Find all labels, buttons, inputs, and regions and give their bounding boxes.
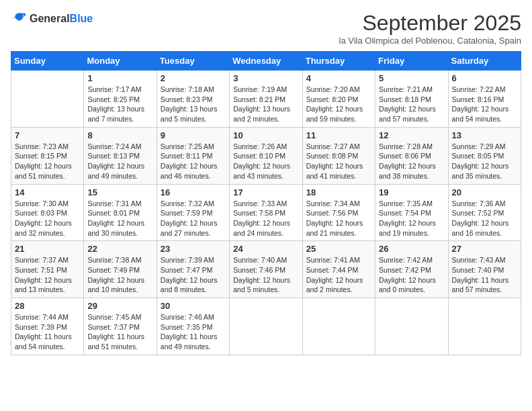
calendar-cell: 27Sunrise: 7:43 AM Sunset: 7:40 PM Dayli…: [448, 241, 521, 298]
day-info: Sunrise: 7:19 AM Sunset: 8:21 PM Dayligh…: [233, 85, 298, 124]
calendar-cell: [448, 298, 521, 355]
day-number: 7: [15, 130, 80, 140]
calendar-cell: 11Sunrise: 7:27 AM Sunset: 8:08 PM Dayli…: [302, 127, 375, 184]
day-info: Sunrise: 7:43 AM Sunset: 7:40 PM Dayligh…: [452, 255, 517, 295]
column-header-thursday: Thursday: [302, 52, 375, 71]
calendar-cell: 9Sunrise: 7:25 AM Sunset: 8:11 PM Daylig…: [157, 127, 229, 184]
calendar-cell: 5Sunrise: 7:21 AM Sunset: 8:18 PM Daylig…: [375, 71, 448, 128]
day-number: 26: [379, 244, 444, 254]
calendar-cell: 3Sunrise: 7:19 AM Sunset: 8:21 PM Daylig…: [230, 71, 302, 128]
calendar-cell: 1Sunrise: 7:17 AM Sunset: 8:25 PM Daylig…: [84, 71, 157, 128]
calendar-cell: [302, 298, 375, 355]
calendar-cell: 19Sunrise: 7:35 AM Sunset: 7:54 PM Dayli…: [375, 184, 448, 241]
day-number: 9: [161, 130, 226, 140]
day-info: Sunrise: 7:20 AM Sunset: 8:20 PM Dayligh…: [306, 85, 371, 124]
column-header-tuesday: Tuesday: [157, 52, 229, 71]
day-info: Sunrise: 7:38 AM Sunset: 7:49 PM Dayligh…: [87, 255, 152, 295]
day-info: Sunrise: 7:31 AM Sunset: 8:01 PM Dayligh…: [87, 199, 152, 238]
calendar-cell: 15Sunrise: 7:31 AM Sunset: 8:01 PM Dayli…: [84, 184, 157, 241]
calendar-cell: 16Sunrise: 7:32 AM Sunset: 7:59 PM Dayli…: [157, 184, 229, 241]
calendar-cell: 24Sunrise: 7:40 AM Sunset: 7:46 PM Dayli…: [230, 241, 302, 298]
day-info: Sunrise: 7:27 AM Sunset: 8:08 PM Dayligh…: [306, 142, 371, 181]
day-number: 25: [306, 244, 371, 254]
calendar-cell: [375, 298, 448, 355]
calendar-cell: [230, 298, 302, 355]
logo-icon: [11, 11, 27, 27]
calendar-cell: 8Sunrise: 7:24 AM Sunset: 8:13 PM Daylig…: [84, 127, 157, 184]
calendar-cell: 23Sunrise: 7:39 AM Sunset: 7:47 PM Dayli…: [157, 241, 229, 298]
day-info: Sunrise: 7:29 AM Sunset: 8:05 PM Dayligh…: [452, 142, 517, 181]
calendar-cell: 18Sunrise: 7:34 AM Sunset: 7:56 PM Dayli…: [302, 184, 375, 241]
calendar-cell: 25Sunrise: 7:41 AM Sunset: 7:44 PM Dayli…: [302, 241, 375, 298]
calendar-cell: [11, 71, 84, 128]
calendar-cell: 29Sunrise: 7:45 AM Sunset: 7:37 PM Dayli…: [84, 298, 157, 355]
day-number: 12: [379, 130, 444, 140]
day-info: Sunrise: 7:26 AM Sunset: 8:10 PM Dayligh…: [233, 142, 298, 181]
column-header-wednesday: Wednesday: [230, 52, 302, 71]
day-number: 2: [161, 73, 226, 83]
day-number: 24: [233, 244, 298, 254]
calendar-cell: 12Sunrise: 7:28 AM Sunset: 8:06 PM Dayli…: [375, 127, 448, 184]
day-number: 11: [306, 130, 371, 140]
day-info: Sunrise: 7:17 AM Sunset: 8:25 PM Dayligh…: [87, 85, 152, 124]
day-info: Sunrise: 7:28 AM Sunset: 8:06 PM Dayligh…: [379, 142, 444, 181]
day-number: 14: [15, 187, 80, 197]
column-header-saturday: Saturday: [448, 52, 521, 71]
logo-text: GeneralBlue: [30, 13, 93, 25]
day-info: Sunrise: 7:34 AM Sunset: 7:56 PM Dayligh…: [306, 199, 371, 238]
month-title: September 2025: [339, 11, 521, 36]
calendar-cell: 22Sunrise: 7:38 AM Sunset: 7:49 PM Dayli…: [84, 241, 157, 298]
calendar-cell: 6Sunrise: 7:22 AM Sunset: 8:16 PM Daylig…: [448, 71, 521, 128]
day-number: 15: [87, 187, 152, 197]
day-info: Sunrise: 7:32 AM Sunset: 7:59 PM Dayligh…: [161, 199, 226, 238]
column-header-sunday: Sunday: [11, 52, 84, 71]
day-number: 20: [452, 187, 517, 197]
calendar-week-4: 21Sunrise: 7:37 AM Sunset: 7:51 PM Dayli…: [11, 241, 521, 298]
day-info: Sunrise: 7:37 AM Sunset: 7:51 PM Dayligh…: [15, 255, 80, 295]
calendar-cell: 10Sunrise: 7:26 AM Sunset: 8:10 PM Dayli…: [230, 127, 302, 184]
title-block: September 2025 la Vila Olimpica del Pobl…: [339, 11, 521, 46]
day-info: Sunrise: 7:33 AM Sunset: 7:58 PM Dayligh…: [233, 199, 298, 238]
calendar-header-row: SundayMondayTuesdayWednesdayThursdayFrid…: [11, 52, 521, 71]
day-number: 18: [306, 187, 371, 197]
page-header: GeneralBlue September 2025 la Vila Olimp…: [11, 11, 521, 46]
day-number: 27: [452, 244, 517, 254]
day-number: 30: [161, 301, 226, 311]
day-number: 28: [15, 301, 80, 311]
day-info: Sunrise: 7:39 AM Sunset: 7:47 PM Dayligh…: [161, 255, 226, 295]
day-number: 4: [306, 73, 371, 83]
day-info: Sunrise: 7:41 AM Sunset: 7:44 PM Dayligh…: [306, 255, 371, 295]
day-info: Sunrise: 7:18 AM Sunset: 8:23 PM Dayligh…: [161, 85, 226, 124]
day-info: Sunrise: 7:42 AM Sunset: 7:42 PM Dayligh…: [379, 255, 444, 295]
calendar-cell: 28Sunrise: 7:44 AM Sunset: 7:39 PM Dayli…: [11, 298, 84, 355]
day-number: 10: [233, 130, 298, 140]
day-number: 8: [87, 130, 152, 140]
day-number: 19: [379, 187, 444, 197]
day-number: 3: [233, 73, 298, 83]
calendar-table: SundayMondayTuesdayWednesdayThursdayFrid…: [11, 51, 521, 355]
calendar-cell: 26Sunrise: 7:42 AM Sunset: 7:42 PM Dayli…: [375, 241, 448, 298]
calendar-week-1: 1Sunrise: 7:17 AM Sunset: 8:25 PM Daylig…: [11, 71, 521, 128]
calendar-cell: 30Sunrise: 7:46 AM Sunset: 7:35 PM Dayli…: [157, 298, 229, 355]
day-info: Sunrise: 7:44 AM Sunset: 7:39 PM Dayligh…: [15, 312, 80, 352]
day-info: Sunrise: 7:36 AM Sunset: 7:52 PM Dayligh…: [452, 199, 517, 238]
calendar-week-2: 7Sunrise: 7:23 AM Sunset: 8:15 PM Daylig…: [11, 127, 521, 184]
day-info: Sunrise: 7:24 AM Sunset: 8:13 PM Dayligh…: [87, 142, 152, 181]
day-number: 17: [233, 187, 298, 197]
calendar-cell: 17Sunrise: 7:33 AM Sunset: 7:58 PM Dayli…: [230, 184, 302, 241]
day-number: 1: [87, 73, 152, 83]
day-number: 23: [161, 244, 226, 254]
day-info: Sunrise: 7:30 AM Sunset: 8:03 PM Dayligh…: [15, 199, 80, 238]
calendar-cell: 20Sunrise: 7:36 AM Sunset: 7:52 PM Dayli…: [448, 184, 521, 241]
day-number: 16: [161, 187, 226, 197]
day-number: 5: [379, 73, 444, 83]
day-number: 6: [452, 73, 517, 83]
day-info: Sunrise: 7:23 AM Sunset: 8:15 PM Dayligh…: [15, 142, 80, 181]
day-info: Sunrise: 7:45 AM Sunset: 7:37 PM Dayligh…: [87, 312, 152, 352]
day-number: 29: [87, 301, 152, 311]
calendar-cell: 14Sunrise: 7:30 AM Sunset: 8:03 PM Dayli…: [11, 184, 84, 241]
day-number: 13: [452, 130, 517, 140]
day-info: Sunrise: 7:46 AM Sunset: 7:35 PM Dayligh…: [161, 312, 226, 352]
calendar-cell: 21Sunrise: 7:37 AM Sunset: 7:51 PM Dayli…: [11, 241, 84, 298]
day-info: Sunrise: 7:25 AM Sunset: 8:11 PM Dayligh…: [161, 142, 226, 181]
